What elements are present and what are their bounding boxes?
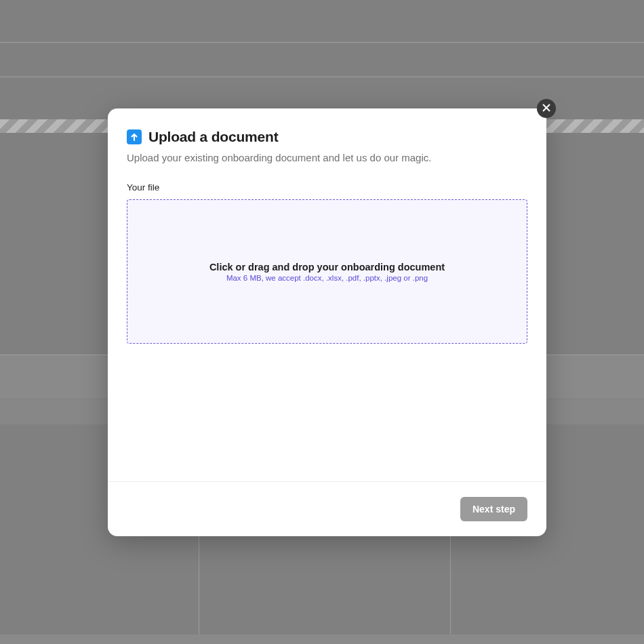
close-button[interactable]	[537, 99, 556, 118]
modal-title: Upload a document	[148, 129, 278, 145]
upload-arrow-icon	[127, 129, 142, 144]
file-field-label: Your file	[127, 182, 527, 193]
close-icon	[542, 102, 550, 115]
dropzone-sub-text: Max 6 MB, we accept .docx, .xlsx, .pdf, …	[226, 274, 428, 282]
modal-title-row: Upload a document	[127, 129, 527, 145]
modal-footer: Next step	[108, 481, 546, 536]
bg-bottom	[0, 635, 644, 644]
bg-line	[0, 77, 644, 77]
modal-subtitle: Upload your existing onboarding document…	[127, 152, 527, 163]
modal-body: Upload a document Upload your existing o…	[108, 108, 546, 481]
bg-line	[0, 42, 644, 43]
file-dropzone[interactable]: Click or drag and drop your onboarding d…	[127, 199, 527, 344]
upload-modal: Upload a document Upload your existing o…	[108, 108, 546, 536]
dropzone-main-text: Click or drag and drop your onboarding d…	[209, 262, 445, 273]
next-step-button[interactable]: Next step	[460, 497, 527, 521]
